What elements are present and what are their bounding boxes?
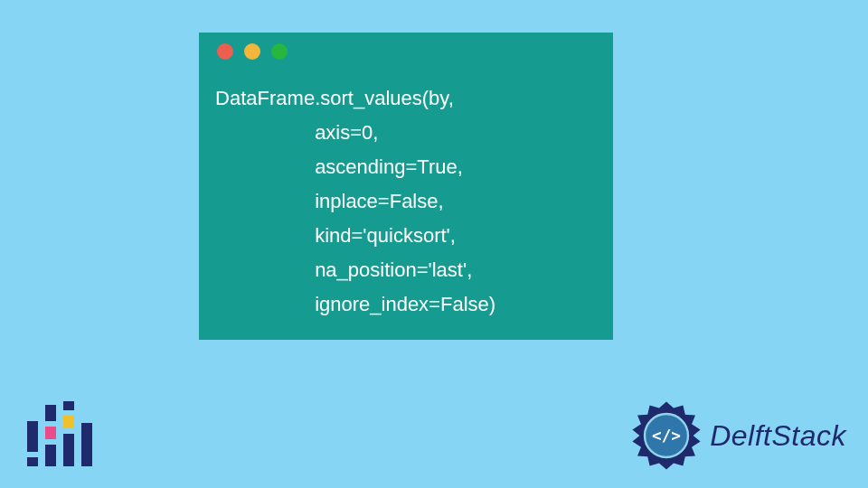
brand-badge-icon: </>	[630, 399, 703, 472]
brand-logo: </> DelftStack	[630, 399, 846, 472]
bars-col	[27, 421, 38, 466]
code-window: DataFrame.sort_values(by, axis=0, ascend…	[199, 33, 613, 340]
bars-logo-icon	[27, 401, 85, 466]
bars-col	[63, 401, 74, 466]
window-dot-minimize-icon	[244, 43, 260, 60]
bars-col	[45, 405, 56, 466]
window-titlebar	[199, 33, 613, 70]
brand-name: DelftStack	[710, 419, 846, 453]
code-text: DataFrame.sort_values(by, axis=0, ascend…	[199, 70, 613, 340]
svg-text:</>: </>	[652, 427, 681, 445]
window-dot-zoom-icon	[271, 43, 288, 60]
window-dot-close-icon	[217, 43, 233, 60]
bars-col	[81, 423, 92, 466]
